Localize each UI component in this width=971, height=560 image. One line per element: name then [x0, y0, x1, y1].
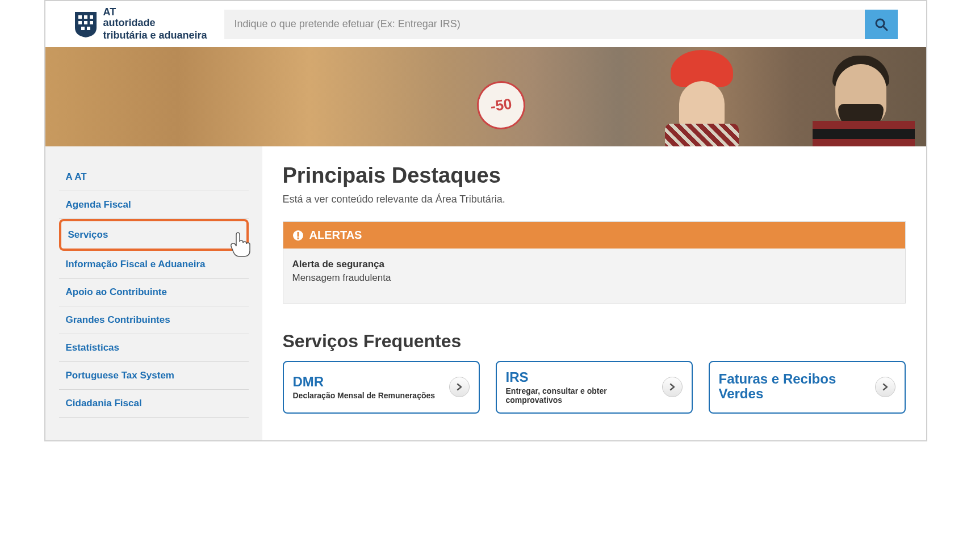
- svg-line-9: [883, 26, 887, 30]
- sidebar-item-a-at[interactable]: A AT: [59, 163, 249, 191]
- sidebar-item-servicos[interactable]: Serviços: [59, 219, 249, 251]
- card-title: DMR: [293, 374, 442, 389]
- sidebar-item-label: Cidadania Fiscal: [66, 398, 142, 409]
- sidebar-item-label: Grandes Contribuintes: [66, 314, 170, 325]
- svg-rect-2: [90, 15, 93, 19]
- alerts-header-label: ALERTAS: [309, 229, 362, 242]
- service-card-dmr[interactable]: DMR Declaração Mensal de Remunerações: [283, 361, 480, 413]
- alerts-header: ALERTAS: [283, 222, 905, 249]
- sidebar-item-label: Informação Fiscal e Aduaneira: [66, 259, 206, 270]
- service-card-faturas-recibos-verdes[interactable]: Faturas e Recibos Verdes: [709, 361, 906, 413]
- sidebar-item-label: Portuguese Tax System: [66, 370, 174, 381]
- services-heading: Serviços Frequentes: [283, 331, 906, 352]
- sidebar-item-label: Agenda Fiscal: [66, 199, 131, 210]
- svg-rect-1: [84, 15, 87, 19]
- alert-title: Alerta de segurança: [292, 259, 896, 270]
- alerts-panel: ALERTAS Alerta de segurança Mensagem fra…: [283, 221, 906, 304]
- sidebar-item-informacao-fiscal[interactable]: Informação Fiscal e Aduaneira: [59, 251, 249, 279]
- page-title: Principais Destaques: [283, 163, 906, 188]
- card-desc: Entregar, consultar e obter comprovativo…: [506, 386, 655, 405]
- card-title: Faturas e Recibos Verdes: [719, 372, 868, 402]
- search-button[interactable]: [865, 10, 898, 39]
- sidebar-item-label: Apoio ao Contribuinte: [66, 287, 167, 297]
- banner-decor: [665, 124, 739, 146]
- sidebar: A AT Agenda Fiscal Serviços Informação F…: [45, 146, 262, 440]
- card-desc: Declaração Mensal de Remunerações: [293, 391, 442, 400]
- search-icon: [874, 17, 889, 32]
- logo-line1: AT: [103, 7, 207, 17]
- search-bar: [224, 10, 898, 39]
- svg-rect-3: [78, 21, 82, 24]
- svg-rect-0: [78, 15, 82, 19]
- logo-line2: autoridade: [103, 17, 207, 30]
- header: AT autoridade tributária e aduaneira: [45, 1, 926, 47]
- card-title: IRS: [506, 370, 655, 385]
- logo[interactable]: AT autoridade tributária e aduaneira: [74, 7, 207, 41]
- sidebar-item-estatisticas[interactable]: Estatísticas: [59, 334, 249, 362]
- logo-line3: tributária e aduaneira: [103, 30, 207, 42]
- service-cards: DMR Declaração Mensal de Remunerações IR…: [283, 361, 906, 413]
- svg-rect-5: [90, 21, 93, 24]
- svg-rect-6: [81, 27, 85, 30]
- sidebar-item-grandes-contribuintes[interactable]: Grandes Contribuintes: [59, 306, 249, 334]
- sidebar-item-portuguese-tax-system[interactable]: Portuguese Tax System: [59, 362, 249, 390]
- chevron-right-icon: [662, 377, 683, 397]
- alert-item[interactable]: Alerta de segurança Mensagem fraudulenta: [283, 249, 905, 303]
- sidebar-item-cidadania-fiscal[interactable]: Cidadania Fiscal: [59, 390, 249, 418]
- svg-rect-4: [84, 21, 87, 24]
- logo-text: AT autoridade tributária e aduaneira: [103, 7, 207, 41]
- chevron-right-icon: [875, 377, 895, 397]
- sidebar-item-label: A AT: [66, 171, 87, 182]
- main-content: Principais Destaques Está a ver conteúdo…: [262, 146, 926, 440]
- svg-rect-11: [297, 232, 299, 237]
- chevron-right-icon: [449, 377, 470, 397]
- sidebar-item-agenda-fiscal[interactable]: Agenda Fiscal: [59, 191, 249, 219]
- logo-shield-icon: [74, 11, 98, 38]
- sale-tag: -50: [474, 78, 528, 133]
- service-card-irs[interactable]: IRS Entregar, consultar e obter comprova…: [496, 361, 693, 413]
- svg-rect-7: [87, 27, 90, 30]
- search-input[interactable]: [224, 10, 865, 39]
- page-subtitle: Está a ver conteúdo relevante da Área Tr…: [283, 193, 906, 205]
- banner-decor: [813, 121, 915, 146]
- hero-banner: -50: [45, 47, 926, 146]
- alert-icon: [292, 230, 304, 241]
- sidebar-item-apoio-contribuinte[interactable]: Apoio ao Contribuinte: [59, 279, 249, 306]
- sidebar-item-label: Estatísticas: [66, 342, 120, 353]
- svg-rect-12: [297, 237, 299, 239]
- alert-message: Mensagem fraudulenta: [292, 272, 896, 284]
- sidebar-item-label: Serviços: [68, 229, 108, 240]
